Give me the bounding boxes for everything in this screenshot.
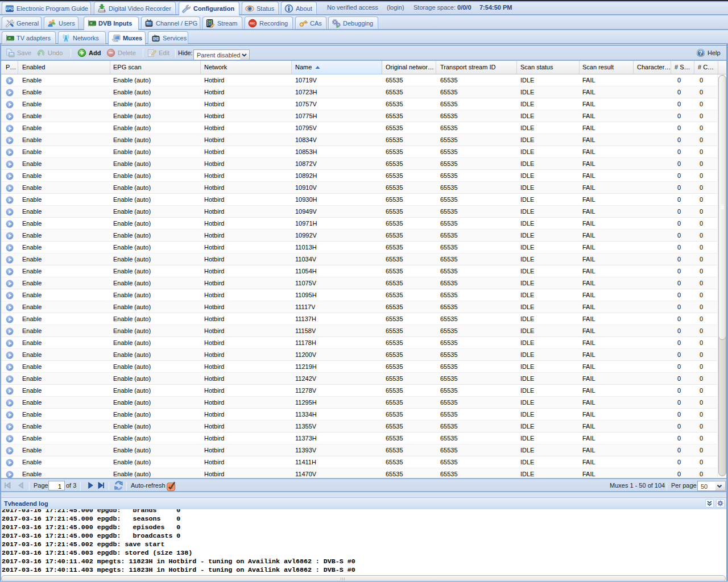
svg-text:EPG: EPG <box>6 7 14 11</box>
svg-text:REC: REC <box>250 22 255 25</box>
svg-text:?: ? <box>699 49 702 56</box>
